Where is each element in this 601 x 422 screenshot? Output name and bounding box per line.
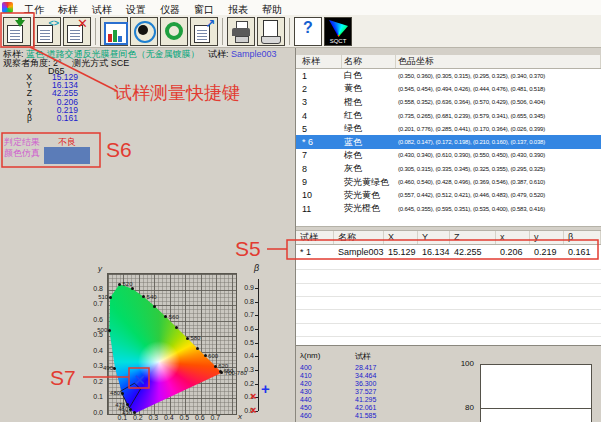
locus-dot-480 [121, 392, 124, 395]
menu-item-1[interactable]: 工作 [17, 4, 51, 15]
standard-coords: (0.460, 0.540), (0.428, 0.496), (0.369, … [396, 179, 601, 185]
tristimulus-row: Z42.255 [0, 89, 110, 97]
beta-tick-0.4: 0.4 [240, 352, 254, 360]
samples-header-name: 名称 [334, 231, 384, 244]
standard-coords: (0.082, 0.147), (0.172, 0.198), (0.210, … [396, 139, 601, 145]
sample-name: Sample003 [231, 49, 277, 59]
print-preview-button[interactable] [257, 17, 285, 46]
menu-item-5[interactable]: 仪器 [153, 4, 187, 15]
y-tick-0.2: 0.2 [86, 378, 103, 386]
standard-row-11[interactable]: 11荧光橙色(0.645, 0.355), (0.595, 0.351), (0… [296, 202, 601, 215]
standard-num: 1 [296, 71, 342, 81]
sample-name: Sample003 [334, 247, 384, 257]
menu-item-3[interactable]: 试样 [85, 4, 119, 15]
sample-x: 0.206 [496, 247, 530, 257]
beta-tick-mark [255, 329, 258, 330]
x-tick-0.6: 0.6 [195, 414, 205, 422]
wavelength-label-430: 430 [112, 410, 132, 416]
locus-dot-510 [109, 296, 112, 299]
standard-row-5[interactable]: 5绿色(0.201, 0.776), (0.285, 0.441), (0.17… [296, 122, 601, 135]
beta-tick-mark [255, 384, 258, 385]
standard-num: * 6 [296, 137, 342, 147]
reflectance-value: 34.464 [355, 372, 376, 380]
standard-name: 红色 [342, 109, 396, 122]
spectral-ytick-80: 80 [448, 403, 474, 412]
sqct-label: SQCT [325, 38, 351, 45]
standard-name: 荧光黄色 [342, 189, 396, 202]
locus-dot-500 [108, 329, 111, 332]
x-tick-0.7: 0.7 [210, 414, 220, 422]
beta-tick-mark [255, 302, 258, 303]
standard-coords: (0.735, 0.265), (0.681, 0.239), (0.579, … [396, 113, 601, 119]
menu-bar: 工作标样试样设置仪器窗口报表帮助 [0, 0, 601, 16]
beta-axis-label: β [254, 263, 259, 273]
wavelength-value: 450 [300, 404, 312, 412]
samples-header-y: y [530, 231, 564, 244]
export-report-button[interactable]: ↗ [190, 17, 218, 46]
tristimulus-row: β0.161 [0, 114, 110, 122]
white-calibration-button[interactable] [160, 17, 188, 46]
color-simulation-swatch [44, 147, 90, 164]
wavelength-label-580: 580 [190, 335, 200, 341]
beta-tick-mark [255, 315, 258, 316]
standard-name: 棕色 [342, 149, 396, 162]
black-calibration-button[interactable] [130, 17, 158, 46]
standard-name: 蓝色 [342, 136, 396, 149]
print-button[interactable] [227, 17, 255, 46]
menu-item-6[interactable]: 窗口 [187, 4, 221, 15]
standard-num: 10 [296, 190, 342, 200]
standard-row-1[interactable]: 1白色(0.350, 0.360), (0.305, 0.315), (0.29… [296, 69, 601, 82]
tristimulus-value: 0.161 [32, 114, 78, 122]
help-button[interactable]: ? [294, 17, 322, 46]
reflectance-value: 41.295 [355, 396, 376, 404]
delete-sample-button[interactable]: ✕ [63, 17, 91, 46]
beta-tick-0.7: 0.7 [240, 311, 254, 319]
standard-coords: (0.545, 0.454), (0.494, 0.426), (0.444, … [396, 86, 601, 92]
sample-data-button[interactable]: <> [33, 17, 61, 46]
locus-dot-580 [186, 337, 189, 340]
menu-item-8[interactable]: 帮助 [255, 4, 289, 15]
beta-limit-marker: × [250, 391, 256, 402]
chart-view-button[interactable] [100, 17, 128, 46]
beta-tick-0.9: 0.9 [240, 284, 254, 292]
standard-row-6[interactable]: * 6蓝色(0.082, 0.147), (0.172, 0.198), (0.… [296, 135, 601, 148]
beta-tick-mark [255, 356, 258, 357]
white-calibration-icon [165, 22, 183, 40]
standard-row-3[interactable]: 3橙色(0.558, 0.352), (0.636, 0.364), (0.57… [296, 96, 601, 109]
delete-x-icon: ✕ [77, 16, 88, 31]
beta-tick-mark [255, 370, 258, 371]
y-tick-0.6: 0.6 [86, 316, 103, 324]
standard-row-7[interactable]: 7棕色(0.430, 0.340), (0.610, 0.390), (0.55… [296, 149, 601, 162]
y-tick-0.7: 0.7 [86, 300, 103, 308]
sample-X: 15.129 [384, 247, 418, 257]
locus-dot [131, 287, 134, 290]
standard-num: 5 [296, 124, 342, 134]
samples-header-beta: β [564, 231, 601, 244]
standard-row-4[interactable]: 4红色(0.735, 0.265), (0.681, 0.239), (0.57… [296, 109, 601, 122]
beta-axis: β 0.90.80.70.60.50.40.30.20.10.0+×× [238, 262, 284, 420]
menu-item-4[interactable]: 设置 [119, 4, 153, 15]
samples-header-X: X [384, 231, 418, 244]
sqct-button[interactable]: SQCT [324, 17, 352, 46]
measure-mode: 测光方式 SCE [72, 58, 129, 68]
standards-table-body: 1白色(0.350, 0.360), (0.305, 0.315), (0.29… [296, 69, 601, 215]
tristimulus-row: x0.206 [0, 98, 110, 106]
sample-beta: 0.161 [564, 247, 601, 257]
wavelength-label-500: 500 [87, 327, 107, 333]
beta-limit-marker: × [250, 405, 256, 416]
menu-item-2[interactable]: 标样 [51, 4, 85, 15]
x-tick-0.5: 0.5 [179, 414, 189, 422]
standard-row-10[interactable]: 10荧光黄色(0.557, 0.442), (0.512, 0.421), (0… [296, 189, 601, 202]
measure-sample-button[interactable] [3, 17, 31, 46]
standard-row-8[interactable]: 8灰色(0.305, 0.315), (0.335, 0.345), (0.32… [296, 162, 601, 175]
locus-dot [196, 347, 199, 350]
locus-dot-620 [214, 365, 217, 368]
standard-coords: (0.350, 0.360), (0.305, 0.315), (0.295, … [396, 73, 601, 79]
x-tick-0.3: 0.3 [148, 414, 158, 422]
menu-item-7[interactable]: 报表 [221, 4, 255, 15]
standard-row-2[interactable]: 2黄色(0.545, 0.454), (0.494, 0.426), (0.44… [296, 82, 601, 95]
standard-row-9[interactable]: 9荧光黄绿色(0.460, 0.540), (0.428, 0.496), (0… [296, 175, 601, 188]
standards-header-coords: 色品坐标 [396, 55, 601, 68]
y-axis-letter: y [98, 264, 102, 273]
standard-num: 9 [296, 177, 342, 187]
